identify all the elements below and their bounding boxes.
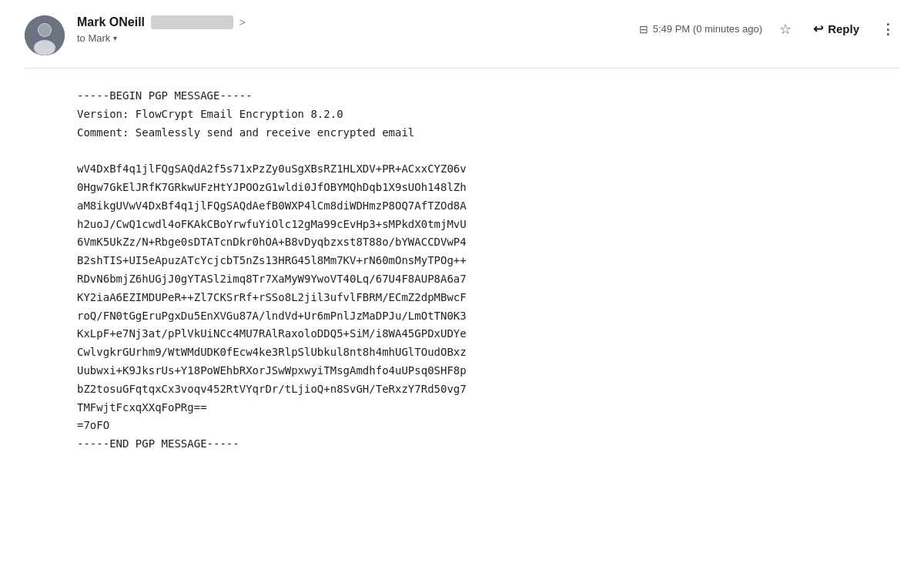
sender-name: Mark ONeill	[77, 15, 145, 29]
sender-email-redacted	[151, 15, 233, 29]
email-container: Mark ONeill > to Mark ▾ ⊟ 5:49 PM (0 min…	[0, 0, 924, 478]
sender-section: Mark ONeill > to Mark ▾	[25, 15, 246, 55]
reply-button[interactable]: ↩ Reply	[802, 15, 870, 42]
action-buttons: ☆ ↩ Reply ⋮	[775, 15, 899, 42]
more-options-button[interactable]: ⋮	[876, 16, 899, 42]
more-dots-icon: ⋮	[881, 22, 895, 37]
timestamp-text: 5:49 PM (0 minutes ago)	[653, 23, 762, 35]
chevron-down-icon: ▾	[113, 34, 117, 42]
svg-point-3	[38, 24, 51, 36]
avatar	[25, 15, 65, 55]
timestamp: ⊟ 5:49 PM (0 minutes ago)	[639, 23, 762, 35]
to-label: to Mark	[77, 32, 110, 44]
sender-info: Mark ONeill > to Mark ▾	[77, 15, 246, 44]
svg-point-2	[34, 40, 55, 55]
star-button[interactable]: ☆	[775, 16, 796, 42]
star-icon: ☆	[779, 22, 792, 37]
header-right: ⊟ 5:49 PM (0 minutes ago) ☆ ↩ Reply ⋮	[639, 15, 899, 42]
sender-to[interactable]: to Mark ▾	[77, 32, 246, 44]
email-angle-bracket: >	[239, 16, 246, 28]
email-header: Mark ONeill > to Mark ▾ ⊟ 5:49 PM (0 min…	[25, 15, 899, 69]
attachment-icon: ⊟	[639, 23, 648, 35]
email-body: -----BEGIN PGP MESSAGE----- Version: Flo…	[25, 87, 899, 454]
reply-arrow-icon: ↩	[813, 22, 823, 36]
sender-name-row: Mark ONeill >	[77, 15, 246, 29]
reply-label: Reply	[828, 22, 859, 35]
